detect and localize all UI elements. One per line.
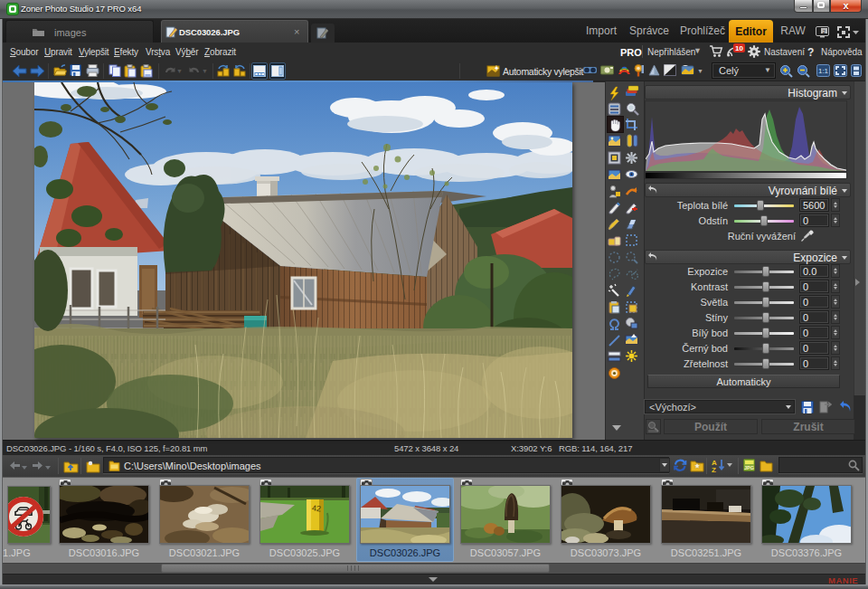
svg-text:42: 42: [312, 504, 322, 514]
svg-text:10: 10: [735, 44, 743, 52]
svg-text:JPG: JPG: [744, 465, 754, 470]
svg-text:1:1: 1:1: [818, 67, 829, 75]
svg-text:Z: Z: [712, 466, 716, 473]
